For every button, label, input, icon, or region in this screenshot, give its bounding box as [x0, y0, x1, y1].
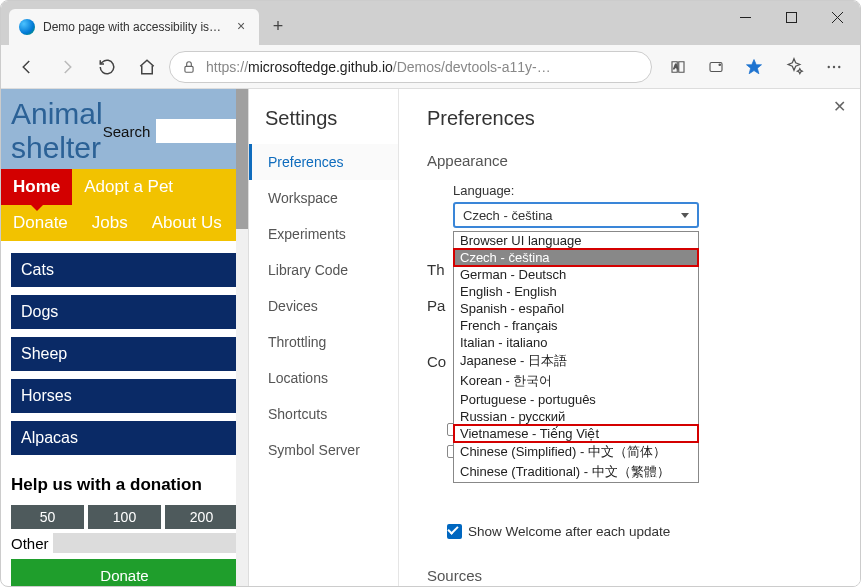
panel-truncated: Pa — [427, 297, 445, 314]
language-option[interactable]: Browser UI language — [454, 232, 698, 249]
close-window-button[interactable] — [814, 1, 860, 33]
section-appearance: Appearance — [427, 152, 832, 169]
lock-icon — [182, 60, 196, 74]
reader-button[interactable]: A — [660, 51, 696, 83]
donate-button[interactable]: Donate — [11, 559, 238, 587]
svg-text:A: A — [674, 63, 679, 70]
read-aloud-button[interactable] — [698, 51, 734, 83]
language-label: Language: — [453, 183, 832, 198]
language-dropdown[interactable]: Browser UI language Czech - čeština Germ… — [453, 231, 699, 483]
language-select[interactable]: Czech - čeština — [453, 202, 699, 228]
nav-home[interactable]: Home — [1, 169, 72, 205]
sidebar-item-workspace[interactable]: Workspace — [249, 180, 398, 216]
language-option[interactable]: Chinese (Simplified) - 中文（简体） — [454, 442, 698, 462]
svg-point-9 — [828, 65, 830, 67]
site-favicon — [19, 19, 35, 35]
donation-amount[interactable]: 50 — [11, 505, 84, 529]
list-item[interactable]: Dogs — [11, 295, 238, 329]
language-option[interactable]: Japanese - 日本語 — [454, 351, 698, 371]
section-sources: Sources — [427, 567, 832, 584]
svg-rect-1 — [786, 12, 796, 22]
language-option[interactable]: Spanish - español — [454, 300, 698, 317]
minimize-button[interactable] — [722, 1, 768, 33]
svg-marker-8 — [747, 59, 762, 73]
new-tab-button[interactable]: + — [263, 11, 293, 41]
main-nav: Home Adopt a Pet Donate Jobs About Us — [1, 169, 248, 241]
sidebar-item-throttling[interactable]: Throttling — [249, 324, 398, 360]
list-item[interactable]: Sheep — [11, 337, 238, 371]
sidebar-item-experiments[interactable]: Experiments — [249, 216, 398, 252]
theme-truncated: Th — [427, 261, 445, 278]
maximize-button[interactable] — [768, 1, 814, 33]
language-option[interactable]: Russian - русский — [454, 408, 698, 425]
home-button[interactable] — [129, 51, 165, 83]
nav-adopt[interactable]: Adopt a Pet — [72, 169, 185, 205]
browser-tab[interactable]: Demo page with accessibility iss… × — [9, 9, 259, 45]
sidebar-item-devices[interactable]: Devices — [249, 288, 398, 324]
favorite-button[interactable] — [736, 51, 772, 83]
nav-jobs[interactable]: Jobs — [80, 205, 140, 241]
other-amount-input[interactable] — [53, 533, 238, 553]
language-option[interactable]: German - Deutsch — [454, 266, 698, 283]
language-option[interactable]: English - English — [454, 283, 698, 300]
back-button[interactable] — [9, 51, 45, 83]
language-option-highlighted[interactable]: Vietnamese - Tiếng Việt — [454, 425, 698, 442]
copilot-button[interactable] — [776, 51, 812, 83]
settings-title: Settings — [249, 89, 398, 144]
list-item[interactable]: Alpacas — [11, 421, 238, 455]
preferences-panel: Preferences Appearance Language: Czech -… — [399, 89, 860, 587]
list-item[interactable]: Cats — [11, 253, 238, 287]
url-text: https://microsoftedge.github.io/Demos/de… — [206, 59, 551, 75]
nav-about[interactable]: About Us — [140, 205, 234, 241]
devtools-panel: ✕ Settings Preferences Workspace Experim… — [249, 89, 860, 587]
donation-amount[interactable]: 100 — [88, 505, 161, 529]
language-option[interactable]: French - français — [454, 317, 698, 334]
sidebar-item-library[interactable]: Library Code — [249, 252, 398, 288]
tab-title: Demo page with accessibility iss… — [43, 20, 225, 34]
welcome-label: Show Welcome after each update — [468, 524, 670, 539]
sidebar-item-symbolserver[interactable]: Symbol Server — [249, 432, 398, 468]
search-input[interactable] — [156, 119, 238, 143]
color-truncated: Co — [427, 353, 446, 370]
refresh-button[interactable] — [89, 51, 125, 83]
browser-toolbar: https://microsoftedge.github.io/Demos/de… — [1, 45, 860, 89]
settings-sidebar: Settings Preferences Workspace Experimen… — [249, 89, 399, 587]
site-title: Animalshelter — [11, 97, 103, 165]
forward-button[interactable] — [49, 51, 85, 83]
webpage-viewport: Animalshelter Search Home Adopt a Pet Do… — [1, 89, 249, 587]
svg-point-10 — [833, 65, 835, 67]
language-option[interactable]: Korean - 한국어 — [454, 371, 698, 391]
list-item[interactable]: Horses — [11, 379, 238, 413]
close-settings-icon[interactable]: ✕ — [833, 97, 846, 116]
svg-point-7 — [719, 64, 721, 66]
language-option[interactable]: Portuguese - português — [454, 391, 698, 408]
language-option[interactable]: Chinese (Traditional) - 中文（繁體） — [454, 462, 698, 482]
animal-list: Cats Dogs Sheep Horses Alpacas — [1, 241, 248, 467]
close-tab-icon[interactable]: × — [233, 19, 249, 35]
address-bar[interactable]: https://microsoftedge.github.io/Demos/de… — [169, 51, 652, 83]
other-label: Other — [11, 535, 49, 552]
language-option-selected[interactable]: Czech - čeština — [454, 249, 698, 266]
donation-section: Help us with a donation 50 100 200 Other… — [1, 467, 248, 587]
svg-rect-4 — [185, 66, 193, 72]
sidebar-item-preferences[interactable]: Preferences — [249, 144, 398, 180]
window-titlebar: Demo page with accessibility iss… × + — [1, 1, 860, 45]
panel-title: Preferences — [427, 107, 832, 130]
donation-heading: Help us with a donation — [11, 475, 238, 495]
svg-point-11 — [838, 65, 840, 67]
page-scrollbar[interactable] — [236, 89, 248, 587]
page-header: Animalshelter Search — [1, 89, 248, 169]
sidebar-item-shortcuts[interactable]: Shortcuts — [249, 396, 398, 432]
language-option[interactable]: Italian - italiano — [454, 334, 698, 351]
search-label: Search — [103, 123, 151, 140]
sidebar-item-locations[interactable]: Locations — [249, 360, 398, 396]
welcome-checkbox[interactable] — [447, 524, 462, 539]
more-button[interactable] — [816, 51, 852, 83]
donation-amount[interactable]: 200 — [165, 505, 238, 529]
